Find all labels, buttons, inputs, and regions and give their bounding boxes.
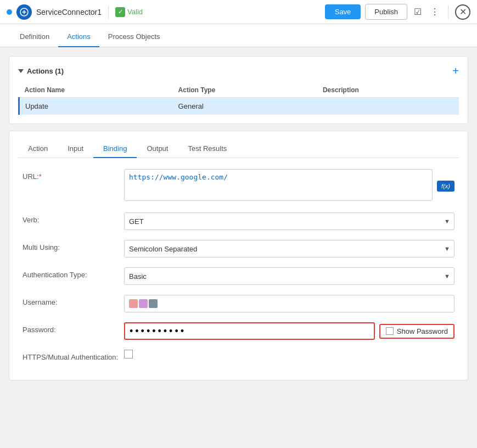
actions-title: Actions (1) — [18, 67, 64, 75]
binding-form: URL:* https://www.google.com/ f(x) Verb: — [18, 169, 459, 361]
col-action-name: Action Name — [19, 83, 173, 98]
actions-panel: Actions (1) + Action Name Action Type De… — [9, 56, 468, 124]
main-content: Actions (1) + Action Name Action Type De… — [0, 47, 477, 448]
action-type-cell: General — [173, 98, 317, 115]
password-label: Password: — [23, 322, 124, 334]
main-tabs: Definition Actions Process Objects — [0, 24, 477, 47]
add-action-button[interactable]: + — [452, 65, 459, 76]
auth-type-select-wrapper: Basic None OAuth API Key ▼ — [124, 267, 454, 285]
topbar: ServiceConnector1 ✓ Valid Save Publish ☑… — [0, 0, 477, 24]
publish-button[interactable]: Publish — [365, 4, 407, 20]
sub-tabs: Action Input Binding Output Test Results — [18, 140, 459, 158]
multi-using-field: Semicolon Separated Comma Separated Spac… — [124, 240, 454, 257]
save-button[interactable]: Save — [325, 4, 361, 19]
password-field: Show Password — [124, 322, 454, 340]
https-checkbox[interactable] — [124, 350, 133, 359]
auth-type-label: Authentication Type: — [23, 267, 124, 279]
url-input[interactable]: https://www.google.com/ — [124, 169, 433, 201]
verb-field: GET POST PUT DELETE PATCH ▼ — [124, 212, 454, 230]
multi-using-select[interactable]: Semicolon Separated Comma Separated Spac… — [124, 240, 454, 257]
username-label: Username: — [23, 295, 124, 306]
checkmark-button[interactable]: ☑ — [412, 4, 424, 19]
color-block-grey — [149, 299, 158, 308]
password-input[interactable] — [130, 326, 369, 337]
tab-definition[interactable]: Definition — [11, 27, 58, 47]
auth-type-row: Authentication Type: Basic None OAuth AP… — [23, 267, 454, 285]
sub-tab-binding[interactable]: Binding — [93, 140, 137, 158]
more-options-button[interactable]: ⋮ — [428, 4, 441, 19]
connector-title: ServiceConnector1 — [36, 8, 102, 16]
username-field — [124, 295, 454, 312]
show-password-label: Show Password — [397, 327, 448, 335]
binding-panel: Action Input Binding Output Test Results… — [9, 131, 468, 380]
auth-type-field: Basic None OAuth API Key ▼ — [124, 267, 454, 285]
https-row: HTTPS/Mutual Authentication: — [23, 350, 454, 361]
sub-tab-action[interactable]: Action — [18, 140, 58, 158]
username-input[interactable] — [124, 295, 454, 312]
collapse-icon[interactable] — [18, 69, 24, 73]
tab-process-objects[interactable]: Process Objects — [99, 27, 169, 47]
actions-header: Actions (1) + — [18, 65, 459, 76]
verb-select-wrapper: GET POST PUT DELETE PATCH ▼ — [124, 212, 454, 230]
valid-label: Valid — [127, 8, 143, 16]
close-button[interactable]: ✕ — [455, 4, 470, 20]
sub-tab-input[interactable]: Input — [58, 140, 93, 158]
topbar-divider — [108, 5, 109, 19]
valid-indicator: ✓ Valid — [115, 7, 143, 17]
status-dot — [7, 9, 12, 15]
username-row: Username: — [23, 295, 454, 312]
url-row: URL:* https://www.google.com/ f(x) — [23, 169, 454, 203]
multi-using-select-wrapper: Semicolon Separated Comma Separated Spac… — [124, 240, 454, 257]
sub-tab-output[interactable]: Output — [137, 140, 178, 158]
https-label: HTTPS/Mutual Authentication: — [23, 350, 124, 361]
actions-table: Action Name Action Type Description Upda… — [18, 83, 459, 115]
url-textarea-wrapper: https://www.google.com/ — [124, 169, 433, 203]
show-password-toggle[interactable]: Show Password — [379, 324, 454, 339]
actions-count-label: Actions (1) — [27, 67, 64, 75]
col-action-type: Action Type — [173, 83, 317, 98]
url-required-star: * — [39, 172, 42, 181]
valid-check-icon: ✓ — [115, 7, 125, 17]
https-field — [124, 350, 454, 359]
verb-label: Verb: — [23, 212, 124, 224]
multi-using-row: Multi Using: Semicolon Separated Comma S… — [23, 240, 454, 257]
table-row[interactable]: Update General — [19, 98, 459, 115]
auth-type-select[interactable]: Basic None OAuth API Key — [124, 267, 454, 285]
show-password-checkbox[interactable] — [386, 327, 394, 335]
action-name-cell: Update — [19, 98, 173, 115]
password-row: Password: Show Password — [23, 322, 454, 340]
url-field: https://www.google.com/ f(x) — [124, 169, 454, 203]
url-label: URL:* — [23, 169, 124, 181]
color-block-red — [129, 299, 138, 308]
action-desc-cell — [317, 98, 459, 115]
sub-tab-test-results[interactable]: Test Results — [178, 140, 237, 158]
fx-icon: f(x) — [441, 183, 450, 189]
connector-icon — [16, 4, 32, 20]
color-block-purple — [139, 299, 148, 308]
verb-row: Verb: GET POST PUT DELETE PATCH ▼ — [23, 212, 454, 230]
tab-actions[interactable]: Actions — [58, 27, 99, 47]
password-input-wrapper — [124, 322, 375, 340]
url-fx-button[interactable]: f(x) — [437, 181, 454, 192]
col-description: Description — [317, 83, 459, 98]
verb-select[interactable]: GET POST PUT DELETE PATCH — [124, 212, 454, 230]
topbar-divider2 — [448, 5, 448, 19]
multi-using-label: Multi Using: — [23, 240, 124, 251]
